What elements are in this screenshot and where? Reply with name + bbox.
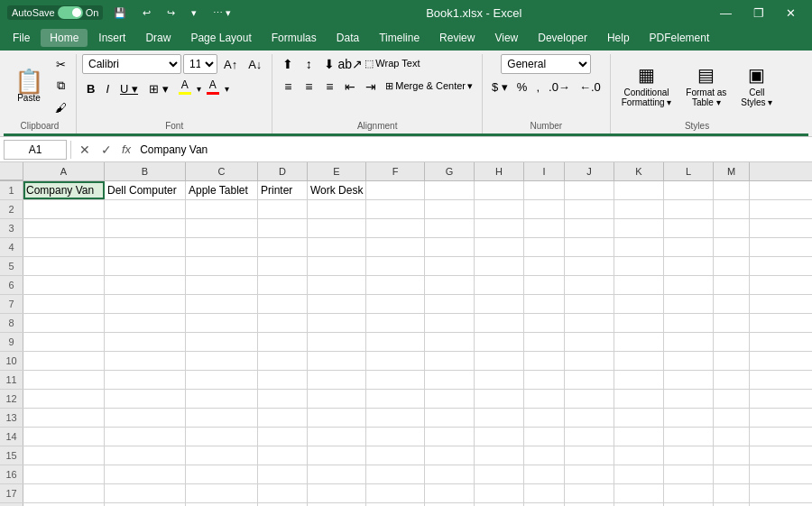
cell-D4[interactable] — [258, 238, 308, 256]
cancel-formula-btn[interactable]: ✕ — [75, 140, 95, 160]
cell-D7[interactable] — [258, 295, 308, 313]
indent-decrease-btn[interactable]: ⇤ — [340, 77, 360, 97]
col-header-a[interactable]: A — [23, 162, 105, 180]
cell-F3[interactable] — [366, 219, 425, 237]
menu-view[interactable]: View — [485, 29, 527, 47]
cell-I2[interactable] — [524, 200, 565, 218]
row-num-2[interactable]: 2 — [0, 200, 23, 218]
italic-button[interactable]: I — [101, 78, 114, 98]
cell-A15[interactable] — [23, 446, 105, 465]
font-size-select[interactable]: 11 — [183, 54, 217, 74]
customize-quick-access[interactable]: ⋯ ▾ — [208, 5, 236, 21]
cell-J2[interactable] — [565, 200, 614, 218]
cell-M15[interactable] — [714, 446, 750, 465]
cell-K15[interactable] — [614, 446, 664, 465]
row-num-14[interactable]: 14 — [0, 428, 23, 446]
increase-decimal-btn[interactable]: .0→ — [545, 77, 574, 97]
cell-M7[interactable] — [714, 295, 750, 313]
cell-A3[interactable] — [23, 219, 105, 237]
cell-K16[interactable] — [614, 465, 664, 483]
cell-K8[interactable] — [614, 314, 664, 332]
cell-B11[interactable] — [105, 371, 186, 389]
maximize-btn[interactable]: ❐ — [744, 3, 773, 23]
col-header-l[interactable]: L — [664, 162, 714, 180]
cell-I17[interactable] — [524, 484, 565, 502]
cell-C17[interactable] — [186, 484, 258, 502]
cell-F14[interactable] — [366, 428, 425, 446]
cell-H4[interactable] — [475, 238, 524, 256]
menu-timeline[interactable]: Timeline — [370, 29, 429, 47]
cell-C13[interactable] — [186, 409, 258, 427]
cell-C6[interactable] — [186, 276, 258, 294]
cell-M9[interactable] — [714, 333, 750, 351]
col-header-j[interactable]: J — [565, 162, 614, 180]
cell-A8[interactable] — [23, 314, 105, 332]
cell-H17[interactable] — [475, 484, 524, 502]
cell-G8[interactable] — [425, 314, 475, 332]
cell-G6[interactable] — [425, 276, 475, 294]
cell-L9[interactable] — [664, 333, 714, 351]
cell-L2[interactable] — [664, 200, 714, 218]
cell-F17[interactable] — [366, 484, 425, 502]
cell-G10[interactable] — [425, 352, 475, 370]
cell-E6[interactable] — [308, 276, 366, 294]
copy-button[interactable]: ⧉ — [51, 76, 70, 96]
font-color-dropdown[interactable]: ▾ — [225, 84, 229, 94]
cell-F5[interactable] — [366, 257, 425, 275]
format-as-table-button[interactable]: ▤ Format asTable ▾ — [680, 62, 732, 109]
cell-E17[interactable] — [308, 484, 366, 502]
cell-F11[interactable] — [366, 371, 425, 389]
row-num-1[interactable]: 1 — [0, 181, 23, 199]
cell-B2[interactable] — [105, 200, 186, 218]
cell-I4[interactable] — [524, 238, 565, 256]
col-header-g[interactable]: G — [425, 162, 475, 180]
cell-H16[interactable] — [475, 465, 524, 483]
cell-E2[interactable] — [308, 200, 366, 218]
cell-J10[interactable] — [565, 352, 614, 370]
cell-F10[interactable] — [366, 352, 425, 370]
cell-A11[interactable] — [23, 371, 105, 389]
cell-D1[interactable]: Printer — [258, 181, 308, 199]
cell-M14[interactable] — [714, 428, 750, 446]
cell-D2[interactable] — [258, 200, 308, 218]
close-btn[interactable]: ✕ — [777, 3, 805, 23]
fill-color-button[interactable]: A — [175, 78, 195, 98]
cell-C9[interactable] — [186, 333, 258, 351]
cell-G17[interactable] — [425, 484, 475, 502]
cell-C5[interactable] — [186, 257, 258, 275]
cell-A12[interactable] — [23, 390, 105, 408]
cell-J3[interactable] — [565, 219, 614, 237]
indent-increase-btn[interactable]: ⇥ — [361, 77, 381, 97]
col-header-k[interactable]: K — [614, 162, 664, 180]
cell-I15[interactable] — [524, 446, 565, 465]
cell-B1[interactable]: Dell Computer — [105, 181, 186, 199]
cell-L13[interactable] — [664, 409, 714, 427]
cell-D8[interactable] — [258, 314, 308, 332]
paste-button[interactable]: 📋 Paste — [9, 68, 49, 105]
cell-I13[interactable] — [524, 409, 565, 427]
cell-F4[interactable] — [366, 238, 425, 256]
cell-D11[interactable] — [258, 371, 308, 389]
cell-H1[interactable] — [475, 181, 524, 199]
cell-M16[interactable] — [714, 465, 750, 483]
cell-F9[interactable] — [366, 333, 425, 351]
col-header-m[interactable]: M — [714, 162, 750, 180]
cell-A17[interactable] — [23, 484, 105, 502]
bold-button[interactable]: B — [82, 78, 99, 98]
cell-I3[interactable] — [524, 219, 565, 237]
col-header-d[interactable]: D — [258, 162, 308, 180]
cell-K12[interactable] — [614, 390, 664, 408]
cell-B7[interactable] — [105, 295, 186, 313]
cell-reference-input[interactable] — [4, 140, 67, 160]
cell-K1[interactable] — [614, 181, 664, 199]
cell-M13[interactable] — [714, 409, 750, 427]
cell-J17[interactable] — [565, 484, 614, 502]
cell-A9[interactable] — [23, 333, 105, 351]
decrease-decimal-btn[interactable]: ←.0 — [576, 77, 604, 97]
cut-button[interactable]: ✂ — [51, 54, 70, 74]
cell-B13[interactable] — [105, 409, 186, 427]
cell-G4[interactable] — [425, 238, 475, 256]
underline-button[interactable]: U ▾ — [115, 78, 143, 98]
format-painter-button[interactable]: 🖌 — [51, 97, 70, 117]
cell-J6[interactable] — [565, 276, 614, 294]
